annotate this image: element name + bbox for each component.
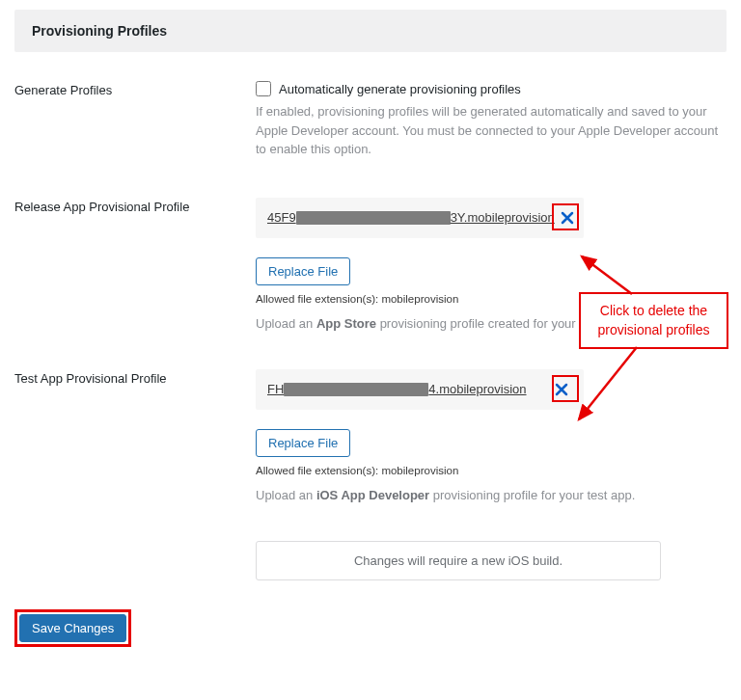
close-icon	[555, 383, 568, 396]
test-profile-label: Test App Provisional Profile	[14, 369, 256, 386]
test-delete-button[interactable]	[551, 379, 572, 400]
test-file-name[interactable]: FH4.mobileprovision	[267, 382, 527, 396]
release-upload-help: Upload an App Store provisioning profile…	[256, 316, 727, 331]
test-file-field: FH4.mobileprovision	[256, 369, 584, 410]
release-file-field: 45F93Y.mobileprovision	[256, 198, 584, 238]
release-profile-label: Release App Provisional Profile	[14, 198, 256, 214]
test-allowed-extensions: Allowed file extension(s): mobileprovisi…	[256, 465, 727, 476]
close-icon	[561, 211, 574, 225]
test-upload-help: Upload an iOS App Developer provisioning…	[256, 488, 727, 502]
annotation-highlight-save: Save Changes	[14, 609, 131, 647]
release-replace-button[interactable]: Replace File	[256, 257, 350, 285]
redacted-text	[296, 211, 451, 225]
release-delete-button[interactable]	[561, 207, 574, 229]
auto-generate-checkbox-text: Automatically generate provisioning prof…	[279, 82, 521, 96]
generate-profiles-label: Generate Profiles	[14, 81, 256, 97]
auto-generate-checkbox[interactable]	[256, 81, 271, 96]
section-title: Provisioning Profiles	[32, 23, 709, 39]
generate-profiles-row: Generate Profiles Automatically generate…	[14, 81, 727, 159]
save-changes-button[interactable]: Save Changes	[19, 614, 126, 642]
release-allowed-extensions: Allowed file extension(s): mobileprovisi…	[256, 293, 727, 305]
generate-help-text: If enabled, provisioning profiles will b…	[256, 102, 727, 159]
test-replace-button[interactable]: Replace File	[256, 429, 350, 457]
section-header: Provisioning Profiles	[14, 10, 727, 52]
build-notice: Changes will require a new iOS build.	[256, 541, 661, 580]
auto-generate-checkbox-label[interactable]: Automatically generate provisioning prof…	[256, 81, 727, 96]
test-profile-row: Test App Provisional Profile FH4.mobilep…	[14, 369, 727, 502]
redacted-text	[284, 383, 428, 396]
release-file-name[interactable]: 45F93Y.mobileprovision	[267, 210, 555, 225]
release-profile-row: Release App Provisional Profile 45F93Y.m…	[14, 198, 727, 331]
